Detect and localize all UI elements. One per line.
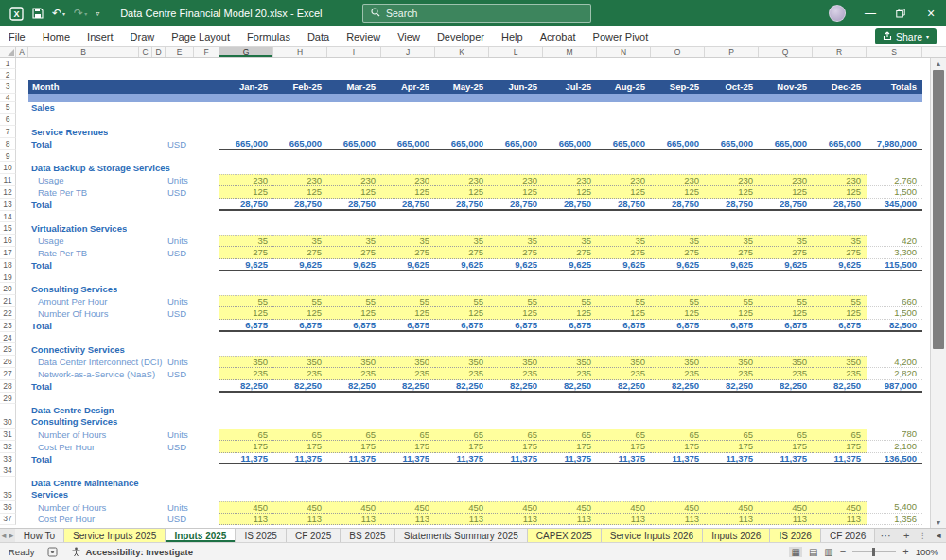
cell-unit[interactable] xyxy=(166,259,219,271)
row-header-10[interactable]: 10 xyxy=(0,162,16,174)
cell-value[interactable]: 450 xyxy=(273,501,327,514)
cell-value[interactable]: 9,625 xyxy=(435,259,489,271)
cell-row-label[interactable]: Amount Per Hour xyxy=(28,295,166,307)
cell-value[interactable]: 65 xyxy=(543,429,597,441)
sheet-tab-inputs-2025[interactable]: Inputs 2025 xyxy=(166,529,236,542)
cell-value[interactable]: 230 xyxy=(273,174,327,186)
sheet-tab-is-2026[interactable]: IS 2026 xyxy=(770,529,820,542)
cell-value[interactable]: 125 xyxy=(651,186,705,199)
cell-value[interactable]: 125 xyxy=(489,307,543,320)
cell-value[interactable]: 9,625 xyxy=(597,259,651,271)
cell[interactable] xyxy=(16,94,28,102)
cell-value[interactable]: 125 xyxy=(813,186,867,199)
cell-value[interactable]: 28,750 xyxy=(759,199,813,211)
scroll-down-icon[interactable]: ▼ xyxy=(931,516,946,528)
cell-row-label[interactable]: Total xyxy=(28,199,166,211)
row-header-30[interactable]: 30 xyxy=(0,404,16,429)
cell-row-label[interactable]: Data Center Interconnect (DCI) xyxy=(28,356,166,368)
cell-unit[interactable] xyxy=(166,380,219,393)
cell-value[interactable]: 450 xyxy=(327,501,381,514)
cell-value[interactable]: 28,750 xyxy=(327,199,381,211)
cell-value[interactable]: 230 xyxy=(543,174,597,186)
cell-value[interactable]: 125 xyxy=(489,186,543,199)
cell-value[interactable]: 65 xyxy=(705,429,759,441)
sheet-tab-inputs-2026[interactable]: Inputs 2026 xyxy=(703,529,770,542)
cell-value[interactable]: 230 xyxy=(705,174,759,186)
cell-value[interactable]: 125 xyxy=(381,307,435,320)
cell-value[interactable]: 235 xyxy=(327,368,381,380)
cell-value[interactable]: 55 xyxy=(489,295,543,307)
cell[interactable] xyxy=(16,320,28,332)
cell-value[interactable]: 125 xyxy=(597,307,651,320)
cell-value[interactable]: 235 xyxy=(219,368,273,380)
undo-icon[interactable]: ↶▾ xyxy=(52,7,65,20)
cell-total[interactable]: 987,000 xyxy=(867,380,922,393)
cell-value[interactable]: 125 xyxy=(273,186,327,199)
cell-value[interactable]: 125 xyxy=(705,307,759,320)
column-header-A[interactable]: A xyxy=(16,47,28,57)
cell-value[interactable]: 125 xyxy=(705,186,759,199)
row-header-19[interactable]: 19 xyxy=(0,271,16,284)
cell-value[interactable]: 230 xyxy=(759,174,813,186)
cell-value[interactable]: 275 xyxy=(705,247,759,259)
cell-value[interactable]: 113 xyxy=(327,514,381,526)
row-header-31[interactable]: 31 xyxy=(0,429,16,441)
cell-value[interactable]: 82,250 xyxy=(705,380,759,393)
cell[interactable] xyxy=(16,501,28,514)
cell-value[interactable]: 230 xyxy=(327,174,381,186)
cell-value[interactable]: 275 xyxy=(759,247,813,259)
select-all-corner[interactable] xyxy=(0,47,16,57)
cell-value[interactable]: 665,000 xyxy=(705,138,759,150)
cell-total[interactable]: 660 xyxy=(867,295,922,307)
cell-value[interactable]: 350 xyxy=(435,356,489,368)
cell-value[interactable]: 230 xyxy=(813,174,867,186)
cell-value[interactable]: 6,875 xyxy=(219,320,273,332)
cell-value[interactable]: 6,875 xyxy=(273,320,327,332)
cell-value[interactable]: 125 xyxy=(759,186,813,199)
cell-value[interactable]: 113 xyxy=(759,514,813,526)
share-button[interactable]: Share ▾ xyxy=(875,28,937,44)
row-header-22[interactable]: 22 xyxy=(0,307,16,320)
cell-value[interactable]: 275 xyxy=(813,247,867,259)
cell[interactable] xyxy=(16,343,28,356)
cell[interactable] xyxy=(16,393,28,405)
sheet-nav-left-icon[interactable]: ◄ xyxy=(0,529,8,542)
cell-value[interactable]: 82,250 xyxy=(597,380,651,393)
cell-value[interactable]: 235 xyxy=(381,368,435,380)
cell-value[interactable]: 665,000 xyxy=(759,138,813,150)
cell-value[interactable]: 175 xyxy=(273,441,327,453)
cell-total[interactable]: 780 xyxy=(867,429,922,441)
cell-value[interactable]: 125 xyxy=(543,307,597,320)
cell-unit[interactable]: USD xyxy=(166,441,219,453)
ribbon-tab-insert[interactable]: Insert xyxy=(79,31,122,43)
cell-total[interactable]: 345,000 xyxy=(867,199,922,211)
cell-value[interactable]: 55 xyxy=(813,295,867,307)
cell-value[interactable]: 113 xyxy=(489,514,543,526)
cell-value[interactable]: 175 xyxy=(651,441,705,453)
row-header-37[interactable]: 37 xyxy=(0,514,16,526)
cell-value[interactable]: 35 xyxy=(543,235,597,247)
cell-value[interactable]: 6,875 xyxy=(435,320,489,332)
cell-value[interactable]: 275 xyxy=(273,247,327,259)
cell-value[interactable]: 450 xyxy=(381,501,435,514)
cell-value[interactable]: 350 xyxy=(597,356,651,368)
column-header-C[interactable]: C xyxy=(139,47,152,57)
row-header-35[interactable]: 35 xyxy=(0,477,16,501)
row-header-24[interactable]: 24 xyxy=(0,332,16,344)
ribbon-tab-help[interactable]: Help xyxy=(493,31,532,43)
cell-row-label[interactable]: Network-as-a-Service (NaaS) xyxy=(28,368,166,380)
row-header-29[interactable]: 29 xyxy=(0,393,16,405)
cell-value[interactable]: 450 xyxy=(651,501,705,514)
cell-value[interactable]: 125 xyxy=(813,307,867,320)
cell-value[interactable]: 9,625 xyxy=(489,259,543,271)
scroll-up-icon[interactable]: ▲ xyxy=(931,58,946,69)
account-avatar[interactable] xyxy=(829,5,846,22)
cell-value[interactable]: 275 xyxy=(327,247,381,259)
cell-row-label[interactable]: Usage xyxy=(28,235,166,247)
cell-value[interactable]: 350 xyxy=(705,356,759,368)
sheet-tab-service-inputs-2026[interactable]: Service Inputs 2026 xyxy=(602,529,703,542)
cell-row-label[interactable]: Total xyxy=(28,453,166,465)
cell-value[interactable]: 350 xyxy=(327,356,381,368)
cell-value[interactable]: 230 xyxy=(651,174,705,186)
cell[interactable] xyxy=(16,477,28,501)
